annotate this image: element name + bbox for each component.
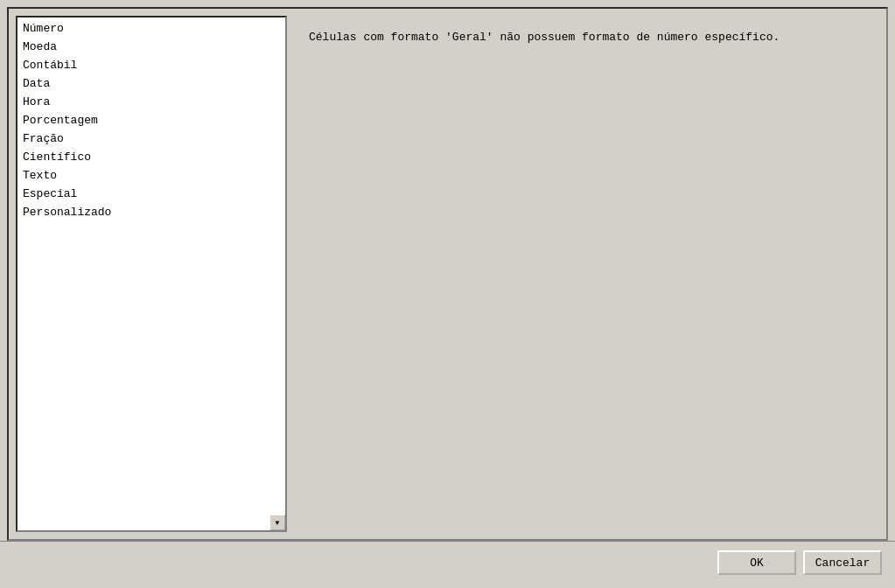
list-item-personalizado[interactable]: Personalizado: [17, 203, 285, 221]
ok-button[interactable]: OK: [717, 550, 796, 575]
list-item-numero[interactable]: Número: [17, 19, 285, 38]
button-bar: OK Cancelar: [0, 541, 895, 588]
list-item-hora[interactable]: Hora: [17, 93, 285, 111]
list-item-texto[interactable]: Texto: [17, 166, 285, 185]
list-item-porcentagem[interactable]: Porcentagem: [17, 111, 285, 130]
list-item-fracao[interactable]: Fração: [17, 130, 285, 148]
format-cells-dialog: Número Moeda Contábil Data Hora Porcenta…: [0, 0, 895, 588]
list-item-contabil[interactable]: Contábil: [17, 56, 285, 74]
list-item-especial[interactable]: Especial: [17, 185, 285, 203]
scroll-down-button[interactable]: ▼: [269, 514, 285, 530]
list-item-data[interactable]: Data: [17, 74, 285, 93]
category-list[interactable]: Número Moeda Contábil Data Hora Porcenta…: [17, 18, 285, 530]
description-text: Células com formato 'Geral' não possuem …: [309, 31, 780, 44]
list-item-cientifico[interactable]: Científico: [17, 148, 285, 166]
category-list-container: Número Moeda Contábil Data Hora Porcenta…: [16, 16, 287, 532]
cancel-button[interactable]: Cancelar: [803, 550, 882, 575]
description-panel: Células com formato 'Geral' não possuem …: [287, 16, 879, 532]
list-item-moeda[interactable]: Moeda: [17, 38, 285, 56]
